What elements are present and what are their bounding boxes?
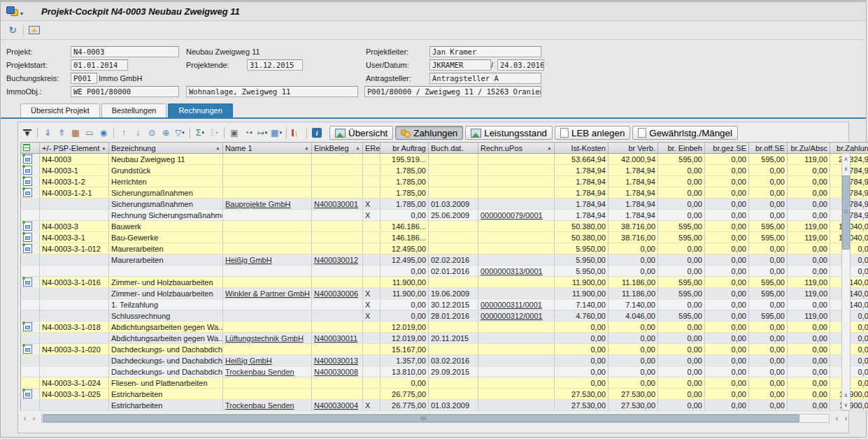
sort-ascending-icon[interactable]: ↑	[118, 127, 130, 139]
row-select-cell[interactable]	[21, 165, 40, 176]
row-select-cell[interactable]	[21, 322, 40, 333]
name1-link[interactable]: Winkler & Partner GmbH	[225, 289, 310, 298]
dropdown-caret[interactable]: ▾	[182, 130, 185, 136]
row-select-cell[interactable]	[21, 389, 40, 400]
details-icon[interactable]: ▼	[21, 127, 34, 139]
refresh-icon[interactable]: ↻	[6, 24, 20, 36]
column-header-bez[interactable]: Bezeichnung▲	[109, 143, 223, 154]
psp-element-icon[interactable]	[23, 177, 32, 186]
eink-link[interactable]: N400030008	[314, 368, 358, 376]
psp-element-icon[interactable]	[23, 233, 32, 242]
scroll-page-up-button[interactable]: ∧	[842, 390, 850, 400]
row-select-cell[interactable]	[21, 333, 40, 344]
psp-element-icon[interactable]	[23, 154, 32, 164]
dropdown-caret[interactable]: ▾	[201, 130, 204, 136]
open-folder-icon[interactable]: ▭	[83, 127, 96, 139]
vertical-scrollbar-thumb[interactable]	[842, 175, 850, 250]
tab-übersicht-projekt[interactable]: Übersicht Projekt	[20, 103, 100, 117]
search-document-icon[interactable]: ◉	[97, 127, 110, 139]
scroll-up-button[interactable]: ∧	[842, 154, 850, 164]
psp-element-icon[interactable]	[23, 222, 32, 231]
row-select-cell[interactable]	[21, 377, 40, 389]
psp-element-icon[interactable]	[23, 188, 32, 197]
immoobj-field[interactable]: WE P001/80000	[71, 86, 179, 97]
dropdown-caret[interactable]: ▾	[250, 130, 252, 136]
column-header-name1[interactable]: Name 1▲	[223, 143, 312, 154]
row-select-cell[interactable]	[21, 366, 40, 377]
psp-element-icon[interactable]	[23, 389, 32, 398]
row-select-cell[interactable]	[21, 221, 40, 232]
filter-icon[interactable]: ▽▾	[173, 127, 186, 139]
scroll-down-button[interactable]: ∨	[842, 164, 850, 173]
sum-icon[interactable]: Σ▾	[194, 127, 206, 139]
vertical-scrollbar[interactable]: ∧ ∨ ∧ ∨	[841, 153, 851, 410]
row-select-cell[interactable]	[21, 355, 40, 366]
projektende-field[interactable]: 31.12.2015	[247, 59, 303, 71]
antragsteller-field[interactable]: Antragsteller A	[429, 73, 541, 84]
change-display-icon[interactable]: ▦	[69, 127, 82, 139]
titlebar-dropdown-caret[interactable]: ▾	[20, 10, 23, 17]
row-select-cell[interactable]	[21, 187, 40, 199]
row-select-cell[interactable]	[21, 266, 40, 277]
column-header-brzahlung[interactable]: br.Zahlung	[830, 143, 868, 154]
row-select-cell[interactable]	[21, 154, 40, 165]
row-select-cell[interactable]	[21, 199, 40, 210]
eink-link[interactable]: N400030013	[314, 357, 358, 365]
psp-element-icon[interactable]	[23, 345, 32, 354]
column-header-ere[interactable]: ERe	[363, 143, 380, 154]
rechnupos-link[interactable]: 0000000079/0001	[481, 211, 543, 220]
buchungskreis-field[interactable]: P001	[71, 73, 97, 84]
layout-icon[interactable]: ▦▾	[270, 127, 283, 139]
scroll-left-button[interactable]: ‹	[20, 414, 29, 423]
sort-descending-icon[interactable]: ↓	[131, 127, 144, 139]
rechnupos-link[interactable]: 0000000311/0001	[481, 301, 542, 309]
transaction-icon[interactable]	[6, 6, 18, 16]
column-header-broffse[interactable]: br.off.SE	[749, 143, 788, 154]
print-icon[interactable]: ▣	[228, 127, 241, 139]
column-header-eink[interactable]: EinkBeleg▲	[312, 143, 363, 154]
tab-rechnungen[interactable]: Rechnungen	[168, 103, 232, 117]
name1-link[interactable]: Bauprojekte GmbH	[225, 200, 291, 208]
datum-field[interactable]: 24.03.2016	[497, 59, 544, 71]
dropdown-caret[interactable]: ▾	[265, 130, 268, 136]
info-icon[interactable]: i	[311, 127, 323, 139]
eink-link[interactable]: N400030006	[314, 289, 358, 298]
row-select-cell[interactable]	[21, 299, 40, 310]
eink-link[interactable]: N400030001	[314, 200, 358, 208]
export-icon[interactable]: ↦▾	[256, 127, 269, 139]
leb-anlegen-button[interactable]: LEB anlegen	[555, 126, 630, 140]
name1-link[interactable]: Lüftungstechnik GmbH	[225, 334, 304, 343]
horizontal-scrollbar-track[interactable]	[41, 414, 830, 423]
scroll-page-down-button[interactable]: ∨	[842, 400, 850, 410]
row-select-cell[interactable]	[21, 288, 40, 299]
psp-element-icon[interactable]	[23, 278, 32, 287]
immoobj-desc-field[interactable]: Wohnanlage, Zweigweg 11	[186, 86, 358, 97]
column-header-brzuabsc[interactable]: br.Zu/Absc	[788, 143, 830, 154]
name1-link[interactable]: Trockenbau Senden	[225, 401, 294, 410]
column-header-buchdat[interactable]: Buch.dat.	[429, 143, 478, 154]
row-select-cell[interactable]	[21, 210, 40, 221]
row-select-cell[interactable]	[21, 232, 40, 243]
row-select-cell[interactable]	[21, 277, 40, 288]
eink-link[interactable]: N400030011	[314, 334, 357, 343]
column-header-psp[interactable]: +/- PSP-Element▲	[40, 143, 109, 154]
column-header-rechnupos[interactable]: Rechn.uPos▲	[478, 143, 555, 154]
collapse-all-icon[interactable]: ⇑	[55, 127, 68, 139]
leistungsstand-button[interactable]: Leistungsstand	[465, 126, 553, 140]
scroll-right-button-2[interactable]: ›	[841, 414, 851, 423]
scroll-right-button[interactable]: ›	[29, 414, 38, 423]
name1-link[interactable]: Heißig GmbH	[225, 256, 272, 264]
row-select-cell[interactable]	[21, 176, 40, 187]
psp-element-icon[interactable]	[23, 166, 32, 175]
projektstart-field[interactable]: 01.01.2014	[71, 59, 128, 71]
rechnupos-link[interactable]: 0000000312/0001	[481, 312, 543, 320]
psp-element-icon[interactable]	[23, 322, 32, 331]
row-select-cell[interactable]	[21, 310, 40, 322]
row-select-cell[interactable]	[21, 254, 40, 266]
dropdown-caret[interactable]: ▾	[215, 130, 218, 136]
column-header-breinbeh[interactable]: br. Einbeh	[658, 143, 705, 154]
adresse-field[interactable]: P001/80000 / Zweigweg 11 / 15263 Oranien…	[364, 86, 541, 97]
übersicht-button[interactable]: Übersicht	[329, 126, 393, 140]
find-icon[interactable]: ⊙	[145, 127, 158, 139]
views-icon[interactable]: ◔▾	[242, 127, 255, 139]
